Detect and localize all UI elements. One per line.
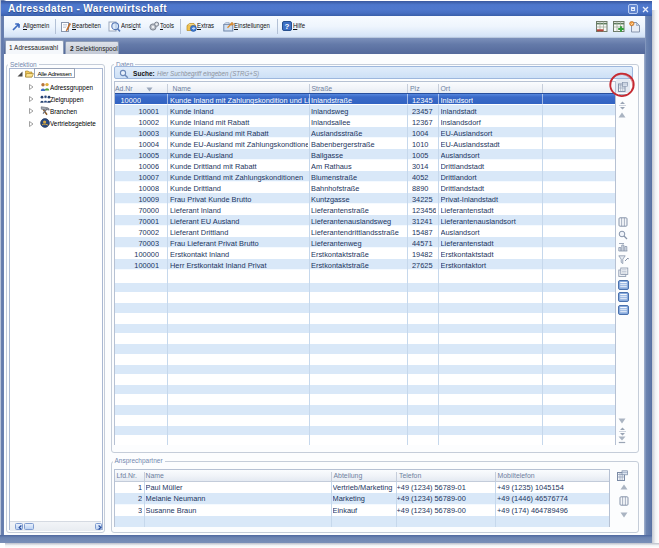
svg-text:?: ? bbox=[285, 22, 290, 31]
